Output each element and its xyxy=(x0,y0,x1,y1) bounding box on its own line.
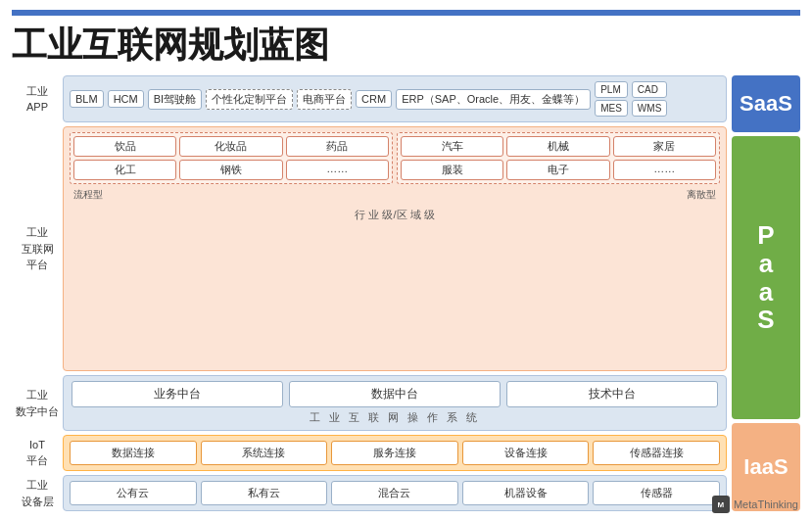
device-tag-sensor: 传感器 xyxy=(593,481,720,505)
paas-industry-label: 行 业 级/区 域 级 xyxy=(70,206,720,222)
iot-layer-content: 数据连接 系统连接 服务连接 设备连接 传感器连接 xyxy=(63,435,727,471)
paas-layer-row: 工业互联网平台 饮品 化妆品 药品 化工 xyxy=(12,126,727,371)
saas-tag-plm: PLM xyxy=(595,81,628,98)
midplat-layer-content: 业务中台 数据中台 技术中台 工 业 互 联 网 操 作 系 统 xyxy=(63,375,727,431)
paas-tag-clothing: 服装 xyxy=(401,160,503,180)
midplat-tag-data: 数据中台 xyxy=(289,381,501,407)
saas-tag-wms: WMS xyxy=(632,100,667,117)
paas-discrete-row1: 汽车 机械 家居 xyxy=(401,136,716,157)
saas-tag-erp: ERP（SAP、Oracle、用友、金蝶等） xyxy=(396,89,591,110)
saas-tag-blm: BLM xyxy=(70,90,104,108)
iot-tag-data: 数据连接 xyxy=(70,441,197,465)
right-col: SaaS P a a S IaaS xyxy=(732,75,800,511)
page-title: 工业互联网规划蓝图 xyxy=(12,24,800,66)
paas-discrete-section: 汽车 机械 家居 服装 电子 …… xyxy=(397,132,720,184)
top-bar xyxy=(12,10,800,16)
iot-layer-label: IoT平台 xyxy=(12,435,63,471)
paas-a1: a xyxy=(759,250,773,278)
paas-tag-chemical: 化工 xyxy=(73,160,176,180)
saas-tag-crm: CRM xyxy=(356,90,392,108)
device-tag-public: 公有云 xyxy=(70,481,197,505)
saas-tag-ecommerce: 电商平台 xyxy=(297,89,352,110)
saas-tag-bi: BI驾驶舱 xyxy=(148,89,202,110)
saas-tag-custom: 个性化定制平台 xyxy=(206,89,293,110)
iot-tag-device: 设备连接 xyxy=(462,441,590,465)
midplat-layer-label: 工业数字中台 xyxy=(12,375,63,431)
paas-tag-drink: 饮品 xyxy=(73,136,176,157)
watermark-logo: M xyxy=(712,496,730,513)
saas-layer-content: BLM HCM BI驾驶舱 个性化定制平台 电商平台 CRM ERP（SAP、O… xyxy=(63,75,727,122)
midplat-tag-business: 业务中台 xyxy=(72,381,283,407)
iot-tag-sensor: 传感器连接 xyxy=(593,441,720,465)
iot-tag-system: 系统连接 xyxy=(201,441,328,465)
watermark: M MetaThinking xyxy=(712,496,798,513)
midplat-tag-tech: 技术中台 xyxy=(506,381,718,407)
device-layer-label: 工业设备层 xyxy=(12,475,63,511)
paas-layer-content: 饮品 化妆品 药品 化工 钢铁 …… xyxy=(63,126,727,371)
paas-tag-steel: 钢铁 xyxy=(179,160,282,180)
midplat-boxes: 业务中台 数据中台 技术中台 xyxy=(72,381,718,407)
device-tag-machine: 机器设备 xyxy=(462,481,590,505)
saas-tag-hcm: HCM xyxy=(108,90,144,108)
device-layer-row: 工业设备层 公有云 私有云 混合云 机器设备 传感器 xyxy=(12,475,727,511)
paas-flow-row2: 化工 钢铁 …… xyxy=(73,160,389,180)
right-label-saas: SaaS xyxy=(732,75,800,132)
paas-tag-more2: …… xyxy=(613,160,716,180)
saas-tag-cad: CAD xyxy=(632,81,667,98)
iot-tag-service: 服务连接 xyxy=(331,441,458,465)
paas-tag-more1: …… xyxy=(286,160,389,180)
paas-tag-electronics: 电子 xyxy=(506,160,609,180)
device-tag-hybrid: 混合云 xyxy=(331,481,458,505)
iot-layer-row: IoT平台 数据连接 系统连接 服务连接 设备连接 传感器连接 xyxy=(12,435,727,471)
paas-layer-label: 工业互联网平台 xyxy=(12,126,63,371)
watermark-text: MetaThinking xyxy=(734,498,798,510)
saas-layer-row: 工业APP BLM HCM BI驾驶舱 个性化定制平台 电商平台 CRM ERP… xyxy=(12,75,727,122)
saas-tag-group-plm-mes: PLM MES xyxy=(595,81,628,117)
midplat-layer-row: 工业数字中台 业务中台 数据中台 技术中台 工 业 互 联 网 操 作 系 统 xyxy=(12,375,727,431)
paas-type-labels: 流程型 离散型 xyxy=(70,188,720,202)
paas-tag-medicine: 药品 xyxy=(286,136,389,157)
paas-flow-label: 流程型 xyxy=(73,188,103,202)
saas-tag-group-cad-wms: CAD WMS xyxy=(632,81,667,117)
paas-discrete-label: 离散型 xyxy=(687,188,716,202)
paas-industry-grid: 饮品 化妆品 药品 化工 钢铁 …… xyxy=(70,132,720,184)
device-tag-private: 私有云 xyxy=(201,481,328,505)
paas-tag-auto: 汽车 xyxy=(401,136,503,157)
paas-tag-furniture: 家居 xyxy=(613,136,716,157)
paas-tag-machinery: 机械 xyxy=(506,136,609,157)
paas-flow-row1: 饮品 化妆品 药品 xyxy=(73,136,389,157)
saas-tag-mes: MES xyxy=(595,100,628,117)
paas-tag-cosmetic: 化妆品 xyxy=(179,136,282,157)
paas-flow-section: 饮品 化妆品 药品 化工 钢铁 …… xyxy=(70,132,393,184)
layers-container: 工业APP BLM HCM BI驾驶舱 个性化定制平台 电商平台 CRM ERP… xyxy=(12,75,727,511)
device-layer-content: 公有云 私有云 混合云 机器设备 传感器 xyxy=(63,475,727,511)
paas-s: S xyxy=(757,306,774,334)
paas-p: P xyxy=(757,221,774,250)
paas-a2: a xyxy=(759,278,773,307)
midplat-system-label: 工 业 互 联 网 操 作 系 统 xyxy=(72,410,718,425)
paas-discrete-row2: 服装 电子 …… xyxy=(401,160,716,180)
right-label-paas: P a a S xyxy=(732,136,800,419)
saas-layer-label: 工业APP xyxy=(12,75,63,122)
